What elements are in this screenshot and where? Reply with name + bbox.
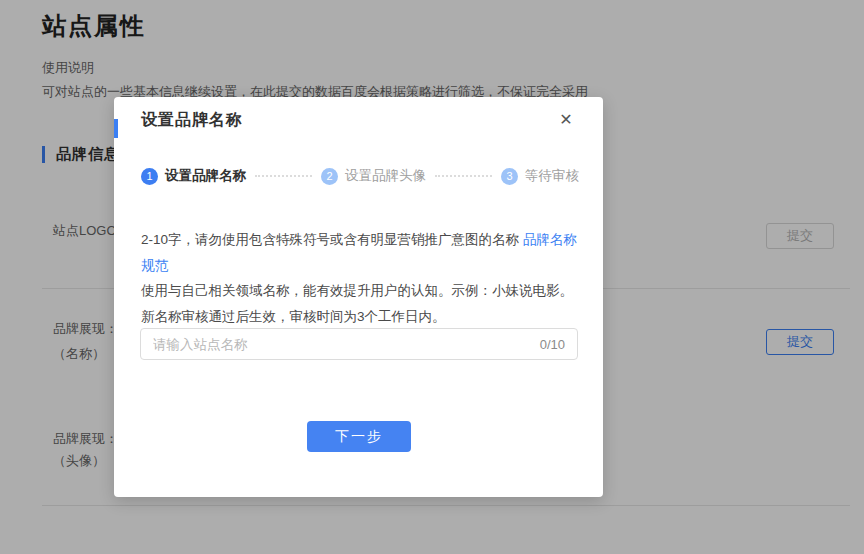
rules-line-3: 新名称审核通过后生效，审核时间为3个工作日内。	[141, 304, 581, 330]
step-2-number: 2	[321, 168, 338, 185]
step-connector	[255, 175, 312, 177]
step-2-label: 设置品牌头像	[345, 167, 426, 185]
step-3-wait-review: 3 等待审核	[501, 167, 579, 185]
step-connector	[435, 175, 492, 177]
step-1-label: 设置品牌名称	[165, 167, 246, 185]
step-indicator: 1 设置品牌名称 2 设置品牌头像 3 等待审核	[141, 167, 579, 185]
rules-line-2: 使用与自己相关领域名称，能有效提升用户的认知。示例：小妹说电影。	[141, 278, 581, 304]
rules-line-1-text: 2-10字，请勿使用包含特殊符号或含有明显营销推广意图的名称	[141, 232, 523, 247]
step-2-set-brand-avatar: 2 设置品牌头像	[321, 167, 426, 185]
rules-line-1: 2-10字，请勿使用包含特殊符号或含有明显营销推广意图的名称 品牌名称规范	[141, 227, 581, 278]
close-icon[interactable]: ✕	[555, 108, 577, 130]
char-counter: 0/10	[540, 337, 577, 352]
dialog-accent-bar	[114, 119, 118, 138]
step-3-number: 3	[501, 168, 518, 185]
set-brand-name-dialog: 设置品牌名称 ✕ 1 设置品牌名称 2 设置品牌头像 3 等待审核 2-10字，…	[114, 97, 603, 497]
brand-name-rules-text: 2-10字，请勿使用包含特殊符号或含有明显营销推广意图的名称 品牌名称规范 使用…	[141, 227, 581, 329]
step-1-set-brand-name: 1 设置品牌名称	[141, 167, 246, 185]
dialog-title: 设置品牌名称	[141, 110, 243, 131]
step-1-number: 1	[141, 168, 158, 185]
next-step-button[interactable]: 下一步	[307, 421, 411, 452]
site-name-input-wrap: 0/10	[140, 328, 578, 360]
site-name-input[interactable]	[141, 329, 540, 359]
step-3-label: 等待审核	[525, 167, 579, 185]
screen: 站点属性 使用说明 可对站点的一些基本信息继续设置，在此提交的数据百度会根据策略…	[0, 0, 864, 554]
